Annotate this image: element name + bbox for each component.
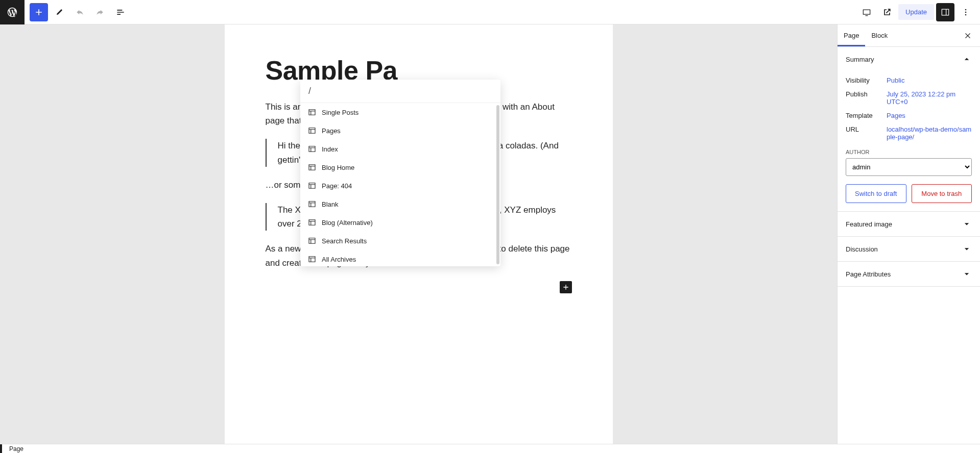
chevron-down-icon [962, 244, 972, 254]
author-label: AUTHOR [846, 149, 972, 155]
undo-button[interactable] [70, 3, 89, 21]
block-result-item[interactable]: Single Posts [300, 103, 500, 121]
tab-page[interactable]: Page [838, 24, 865, 46]
template-value[interactable]: Pages [887, 112, 972, 119]
append-block-button[interactable] [560, 281, 572, 293]
panel-page-attributes-toggle[interactable]: Page Attributes [838, 262, 980, 286]
block-result-item[interactable]: All Archives [300, 250, 500, 266]
panel-summary-toggle[interactable]: Summary [838, 47, 980, 71]
block-search-input[interactable]: / [300, 80, 500, 103]
redo-button[interactable] [91, 3, 109, 21]
panel-featured-image-toggle[interactable]: Featured image [838, 212, 980, 236]
chevron-up-icon [962, 54, 972, 64]
block-result-item[interactable]: Pages [300, 121, 500, 140]
block-result-item[interactable]: Blank [300, 195, 500, 213]
chevron-down-icon [962, 219, 972, 229]
layout-icon [307, 199, 317, 209]
panel-discussion-toggle[interactable]: Discussion [838, 237, 980, 261]
settings-sidebar-toggle[interactable] [936, 3, 954, 21]
layout-icon [307, 181, 317, 190]
document-overview-button[interactable] [111, 3, 130, 21]
block-result-item[interactable]: Index [300, 140, 500, 158]
switch-to-draft-button[interactable]: Switch to draft [846, 184, 906, 203]
wp-logo-button[interactable] [0, 0, 25, 24]
visibility-value[interactable]: Public [887, 77, 972, 84]
add-block-button[interactable] [30, 3, 48, 21]
top-toolbar: Update [0, 0, 980, 24]
block-result-item[interactable]: Blog Home [300, 158, 500, 177]
view-button[interactable] [857, 3, 876, 21]
block-search-popover: / Single PostsPagesIndexBlog HomePage: 4… [300, 80, 500, 266]
edit-tools-button[interactable] [50, 3, 68, 21]
block-result-item[interactable]: Page: 404 [300, 177, 500, 195]
svg-point-0 [965, 9, 967, 10]
editor-canvas[interactable]: Sample Pa This is an example page. It's … [0, 24, 837, 444]
settings-sidebar: Page Block Summary VisibilityPublic Publ… [837, 24, 980, 444]
layout-icon [307, 144, 317, 154]
chevron-down-icon [962, 269, 972, 279]
move-to-trash-button[interactable]: Move to trash [912, 184, 972, 203]
footer-breadcrumb: Page [0, 444, 980, 453]
panel-featured-image: Featured image [838, 212, 980, 237]
layout-icon [307, 108, 317, 117]
author-select[interactable]: admin [846, 158, 972, 176]
url-value[interactable]: localhost/wp-beta-demo/sample-page/ [887, 125, 972, 141]
layout-icon [307, 218, 317, 227]
layout-icon [307, 255, 317, 264]
block-result-item[interactable]: Blog (Alternative) [300, 213, 500, 232]
block-search-results: Single PostsPagesIndexBlog HomePage: 404… [300, 103, 500, 266]
layout-icon [307, 126, 317, 135]
update-button[interactable]: Update [898, 4, 934, 20]
scrollbar[interactable] [496, 105, 499, 264]
publish-value[interactable]: July 25, 2023 12:22 pm UTC+0 [887, 90, 972, 106]
panel-summary: Summary VisibilityPublic PublishJuly 25,… [838, 47, 980, 212]
panel-discussion: Discussion [838, 237, 980, 262]
panel-page-attributes: Page Attributes [838, 262, 980, 287]
close-sidebar-button[interactable] [959, 27, 977, 45]
layout-icon [307, 163, 317, 172]
block-result-item[interactable]: Search Results [300, 232, 500, 250]
open-external-button[interactable] [878, 3, 896, 21]
svg-point-1 [965, 11, 967, 13]
svg-point-2 [965, 14, 967, 15]
more-options-button[interactable] [957, 3, 975, 21]
tab-block[interactable]: Block [865, 24, 894, 46]
layout-icon [307, 236, 317, 245]
